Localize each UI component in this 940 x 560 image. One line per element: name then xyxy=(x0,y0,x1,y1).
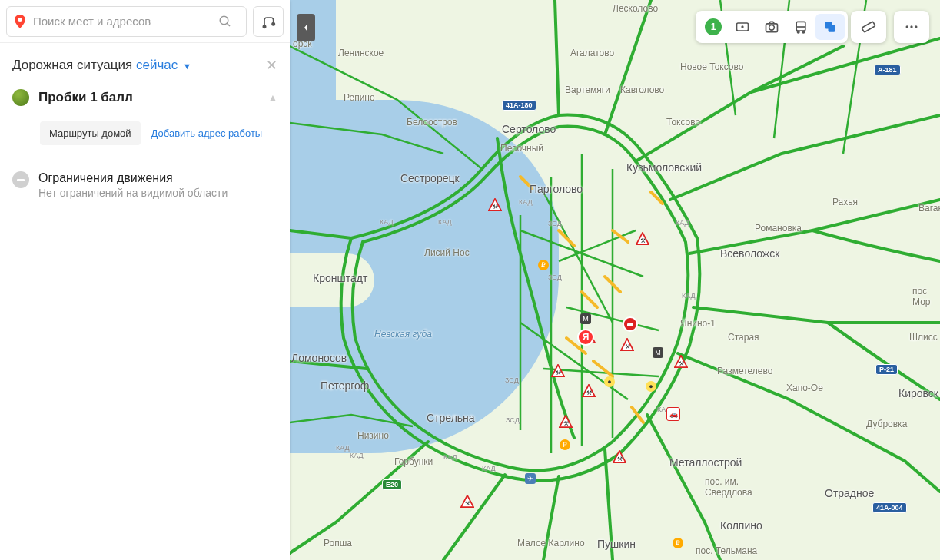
search-button[interactable] xyxy=(212,8,238,35)
traffic-score-label: Пробки 1 балл xyxy=(38,90,268,105)
svg-text:⚒: ⚒ xyxy=(465,500,470,507)
place-label: Хапо-Ое xyxy=(786,383,823,393)
place-label: пос Мор xyxy=(912,286,930,307)
road-shield: Р-21 xyxy=(875,364,898,375)
svg-point-25 xyxy=(906,25,908,28)
place-label: Вартемяги xyxy=(565,84,610,95)
time-selector[interactable]: сейчас ▼ xyxy=(136,58,191,72)
svg-point-27 xyxy=(915,25,917,28)
layers-button[interactable] xyxy=(815,14,845,40)
metro-icon[interactable]: M xyxy=(653,347,663,358)
svg-line-1 xyxy=(227,23,230,26)
road-closed-icon[interactable] xyxy=(623,316,638,332)
place-label: пос. Тельмана xyxy=(696,545,757,556)
roadwork-icon[interactable]: ⚒ xyxy=(559,415,573,429)
svg-rect-23 xyxy=(829,25,835,32)
place-label: Лисий Нос xyxy=(424,247,470,258)
roadwork-icon[interactable]: ⚒ xyxy=(460,495,474,509)
street-panorama-button[interactable] xyxy=(728,14,757,40)
metro-icon[interactable]: M xyxy=(580,313,591,324)
place-label: Петергоф xyxy=(321,379,369,392)
svg-text:⚒: ⚒ xyxy=(617,456,623,462)
camera-icon[interactable]: ● xyxy=(604,376,615,387)
measure-toolbar xyxy=(851,11,886,43)
chevron-up-icon: ▲ xyxy=(268,92,277,103)
place-label: Лесколово xyxy=(613,3,658,14)
traffic-toggle[interactable]: 1 xyxy=(699,14,728,40)
place-label: Янино-1 xyxy=(680,318,716,329)
place-label: Новое Токсово xyxy=(680,61,743,72)
place-label: Колпино xyxy=(720,519,762,532)
map-canvas[interactable]: Лесколово Ленинское Агалатово Новое Токс… xyxy=(290,0,940,560)
place-label: Кировск xyxy=(898,387,938,399)
place-label: Разметелево xyxy=(717,366,772,376)
svg-point-2 xyxy=(263,25,265,28)
ruler-button[interactable] xyxy=(854,14,883,40)
close-icon[interactable]: ✕ xyxy=(266,57,277,74)
place-label: Парголово xyxy=(530,183,583,195)
svg-point-20 xyxy=(797,31,799,32)
roadwork-icon[interactable]: ⚒ xyxy=(674,355,688,369)
place-label: Рахья xyxy=(832,197,858,207)
svg-rect-24 xyxy=(862,22,875,32)
roadwork-icon[interactable]: ⚒ xyxy=(488,198,502,212)
place-label: Сестрорецк xyxy=(400,172,460,184)
place-label: Агалатово xyxy=(570,48,614,58)
place-label: Всеволожск xyxy=(720,247,779,260)
place-label: Ропша xyxy=(324,538,352,548)
parking-icon[interactable]: ₽ xyxy=(560,439,570,450)
svg-text:⚒: ⚒ xyxy=(625,343,630,350)
water-label: Невская губа xyxy=(374,329,432,340)
more-button[interactable] xyxy=(897,14,926,40)
traffic-score-row[interactable]: Пробки 1 балл ▲ xyxy=(0,83,290,112)
svg-point-0 xyxy=(220,16,228,25)
place-label: Белоостров xyxy=(407,117,457,128)
place-label: Сертолово xyxy=(502,123,556,135)
add-work-link[interactable]: Добавить адрес работы xyxy=(151,128,263,139)
road-shield: Е20 xyxy=(382,479,402,490)
home-route-button[interactable]: Маршруты домой xyxy=(40,121,141,145)
accident-icon[interactable]: 🚗 xyxy=(666,407,680,421)
search-box[interactable] xyxy=(6,6,247,37)
roadwork-icon[interactable]: ⚒ xyxy=(636,232,649,246)
road-shield: 41А-180 xyxy=(502,100,536,111)
roadwork-icon[interactable]: ⚒ xyxy=(551,364,565,378)
camera-icon[interactable]: ● xyxy=(646,381,656,392)
transport-button[interactable] xyxy=(786,14,815,40)
yandex-marker[interactable]: Я xyxy=(577,329,594,346)
roadwork-icon[interactable]: ⚒ xyxy=(620,338,634,352)
restriction-icon xyxy=(12,171,29,188)
parking-icon[interactable]: ₽ xyxy=(673,538,683,548)
collapse-sidebar-button[interactable] xyxy=(297,14,315,41)
place-label: Шлисс xyxy=(909,332,938,343)
place-label: Кронштадт xyxy=(313,272,367,284)
svg-point-21 xyxy=(802,31,805,32)
restrictions-title: Ограничения движения xyxy=(38,171,228,185)
airport-icon[interactable]: ✈ xyxy=(525,473,536,484)
road-network xyxy=(290,0,940,560)
place-label: Дубровка xyxy=(866,419,907,429)
chevron-down-icon: ▼ xyxy=(183,61,191,71)
svg-text:⚒: ⚒ xyxy=(679,360,684,367)
roadwork-icon[interactable]: ⚒ xyxy=(613,450,626,464)
road-shield: 41А-004 xyxy=(872,502,907,513)
place-label: Горбунки xyxy=(394,456,433,467)
place-label: Песочный xyxy=(500,143,543,154)
more-toolbar xyxy=(894,11,929,43)
sidebar: Дорожная ситуация сейчас ▼ ✕ Пробки 1 ба… xyxy=(0,0,290,560)
search-input[interactable] xyxy=(33,15,212,28)
restrictions-subtitle: Нет ограничений на видимой области xyxy=(38,187,228,199)
place-label: Пушкин xyxy=(597,538,636,550)
place-label: Ломоносов xyxy=(291,352,347,364)
search-row xyxy=(0,0,290,43)
roadwork-icon[interactable]: ⚒ xyxy=(582,384,596,398)
restrictions-row[interactable]: Ограничения движения Нет ограничений на … xyxy=(0,161,290,210)
place-label: Металлострой xyxy=(669,456,742,469)
parking-icon[interactable]: ₽ xyxy=(538,260,549,270)
place-label: Романовка xyxy=(755,223,802,234)
traffic-section-header: Дорожная ситуация сейчас ▼ ✕ xyxy=(0,43,290,83)
place-label: Кузьмоловский xyxy=(626,161,702,174)
road-shield: А-181 xyxy=(874,65,901,75)
route-button[interactable] xyxy=(253,6,284,37)
photos-button[interactable] xyxy=(757,14,786,40)
